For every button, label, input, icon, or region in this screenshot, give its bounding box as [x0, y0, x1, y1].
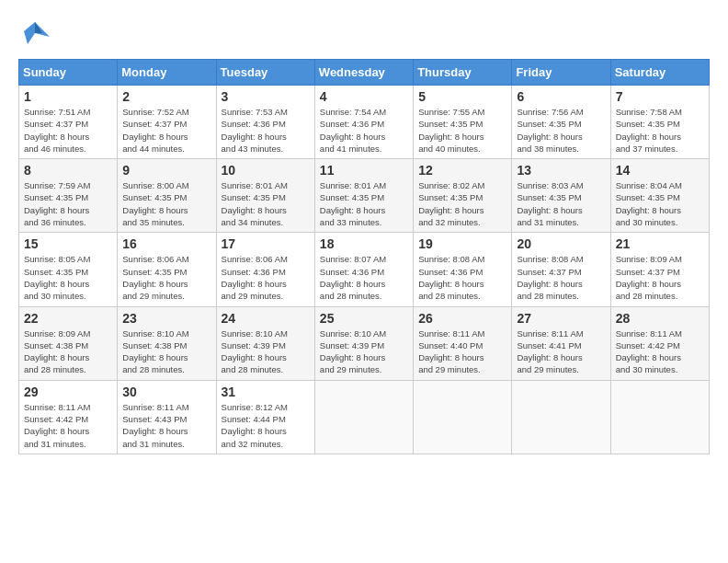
day-number: 1: [24, 89, 112, 104]
weekday-header-thursday: Thursday: [414, 60, 512, 86]
calendar-cell: 17Sunrise: 8:06 AM Sunset: 4:36 PM Dayli…: [216, 233, 314, 306]
day-info: Sunrise: 7:52 AM Sunset: 4:37 PM Dayligh…: [122, 106, 210, 155]
day-number: 17: [222, 236, 310, 251]
day-number: 10: [222, 163, 310, 178]
calendar-cell: 23Sunrise: 8:10 AM Sunset: 4:38 PM Dayli…: [118, 306, 216, 380]
day-info: Sunrise: 8:05 AM Sunset: 4:35 PM Dayligh…: [24, 253, 112, 302]
calendar-cell: 19Sunrise: 8:08 AM Sunset: 4:36 PM Dayli…: [414, 233, 512, 306]
day-number: 7: [616, 89, 704, 104]
day-info: Sunrise: 8:09 AM Sunset: 4:38 PM Dayligh…: [24, 327, 112, 376]
weekday-header-saturday: Saturday: [610, 60, 709, 86]
day-number: 21: [616, 236, 704, 251]
calendar-cell: [512, 380, 610, 454]
calendar-cell: 27Sunrise: 8:11 AM Sunset: 4:41 PM Dayli…: [512, 306, 610, 380]
day-info: Sunrise: 8:08 AM Sunset: 4:37 PM Dayligh…: [517, 253, 605, 302]
day-info: Sunrise: 7:51 AM Sunset: 4:37 PM Dayligh…: [24, 106, 112, 155]
day-info: Sunrise: 8:09 AM Sunset: 4:37 PM Dayligh…: [616, 253, 704, 302]
calendar-table: SundayMondayTuesdayWednesdayThursdayFrid…: [18, 59, 710, 454]
day-info: Sunrise: 8:10 AM Sunset: 4:39 PM Dayligh…: [222, 327, 310, 376]
day-number: 26: [418, 311, 506, 326]
day-number: 23: [122, 311, 210, 326]
calendar-week-3: 15Sunrise: 8:05 AM Sunset: 4:35 PM Dayli…: [19, 233, 710, 306]
day-number: 5: [418, 89, 506, 104]
calendar-cell: 15Sunrise: 8:05 AM Sunset: 4:35 PM Dayli…: [19, 233, 118, 306]
calendar-cell: 29Sunrise: 8:11 AM Sunset: 4:42 PM Dayli…: [19, 380, 118, 454]
day-number: 13: [517, 163, 605, 178]
calendar-header: SundayMondayTuesdayWednesdayThursdayFrid…: [19, 60, 710, 86]
weekday-header-tuesday: Tuesday: [216, 60, 314, 86]
calendar-cell: 26Sunrise: 8:11 AM Sunset: 4:40 PM Dayli…: [414, 306, 512, 380]
day-info: Sunrise: 7:59 AM Sunset: 4:35 PM Dayligh…: [24, 179, 112, 228]
calendar-cell: 11Sunrise: 8:01 AM Sunset: 4:35 PM Dayli…: [314, 159, 413, 233]
day-number: 20: [517, 236, 605, 251]
day-number: 24: [222, 311, 310, 326]
day-number: 12: [418, 163, 506, 178]
day-number: 22: [24, 311, 112, 326]
calendar-cell: 14Sunrise: 8:04 AM Sunset: 4:35 PM Dayli…: [610, 159, 709, 233]
day-info: Sunrise: 7:55 AM Sunset: 4:35 PM Dayligh…: [418, 106, 506, 155]
calendar-cell: [414, 380, 512, 454]
day-info: Sunrise: 8:10 AM Sunset: 4:39 PM Dayligh…: [320, 327, 408, 376]
calendar-week-2: 8Sunrise: 7:59 AM Sunset: 4:35 PM Daylig…: [19, 159, 710, 233]
calendar-week-5: 29Sunrise: 8:11 AM Sunset: 4:42 PM Dayli…: [19, 380, 710, 454]
calendar-cell: 12Sunrise: 8:02 AM Sunset: 4:35 PM Dayli…: [414, 159, 512, 233]
calendar-cell: 30Sunrise: 8:11 AM Sunset: 4:43 PM Dayli…: [118, 380, 216, 454]
day-info: Sunrise: 8:01 AM Sunset: 4:35 PM Dayligh…: [222, 179, 310, 228]
day-info: Sunrise: 8:02 AM Sunset: 4:35 PM Dayligh…: [418, 179, 506, 228]
day-number: 27: [517, 311, 605, 326]
weekday-header-row: SundayMondayTuesdayWednesdayThursdayFrid…: [19, 60, 710, 86]
day-number: 14: [616, 163, 704, 178]
day-number: 4: [320, 89, 408, 104]
day-info: Sunrise: 8:08 AM Sunset: 4:36 PM Dayligh…: [418, 253, 506, 302]
logo: [18, 18, 55, 52]
calendar-cell: [610, 380, 709, 454]
day-info: Sunrise: 8:06 AM Sunset: 4:36 PM Dayligh…: [222, 253, 310, 302]
day-number: 11: [320, 163, 408, 178]
day-number: 19: [418, 236, 506, 251]
day-number: 31: [222, 385, 310, 399]
day-info: Sunrise: 7:54 AM Sunset: 4:36 PM Dayligh…: [320, 106, 408, 155]
calendar-week-4: 22Sunrise: 8:09 AM Sunset: 4:38 PM Dayli…: [19, 306, 710, 380]
calendar-cell: 22Sunrise: 8:09 AM Sunset: 4:38 PM Dayli…: [19, 306, 118, 380]
calendar-week-1: 1Sunrise: 7:51 AM Sunset: 4:37 PM Daylig…: [19, 86, 710, 159]
page-header: [18, 18, 710, 52]
weekday-header-monday: Monday: [118, 60, 216, 86]
day-info: Sunrise: 8:11 AM Sunset: 4:41 PM Dayligh…: [517, 327, 605, 376]
day-info: Sunrise: 8:07 AM Sunset: 4:36 PM Dayligh…: [320, 253, 408, 302]
calendar-cell: 16Sunrise: 8:06 AM Sunset: 4:35 PM Dayli…: [118, 233, 216, 306]
day-number: 16: [122, 236, 210, 251]
day-info: Sunrise: 8:04 AM Sunset: 4:35 PM Dayligh…: [616, 179, 704, 228]
day-number: 29: [24, 385, 112, 399]
day-info: Sunrise: 8:06 AM Sunset: 4:35 PM Dayligh…: [122, 253, 210, 302]
day-number: 30: [122, 385, 210, 399]
calendar-cell: 2Sunrise: 7:52 AM Sunset: 4:37 PM Daylig…: [118, 86, 216, 159]
calendar-cell: 20Sunrise: 8:08 AM Sunset: 4:37 PM Dayli…: [512, 233, 610, 306]
calendar-cell: 21Sunrise: 8:09 AM Sunset: 4:37 PM Dayli…: [610, 233, 709, 306]
calendar-cell: 3Sunrise: 7:53 AM Sunset: 4:36 PM Daylig…: [216, 86, 314, 159]
day-info: Sunrise: 7:58 AM Sunset: 4:35 PM Dayligh…: [616, 106, 704, 155]
calendar-cell: 13Sunrise: 8:03 AM Sunset: 4:35 PM Dayli…: [512, 159, 610, 233]
calendar-cell: 1Sunrise: 7:51 AM Sunset: 4:37 PM Daylig…: [19, 86, 118, 159]
calendar-cell: 18Sunrise: 8:07 AM Sunset: 4:36 PM Dayli…: [314, 233, 413, 306]
calendar-cell: 8Sunrise: 7:59 AM Sunset: 4:35 PM Daylig…: [19, 159, 118, 233]
day-info: Sunrise: 8:12 AM Sunset: 4:44 PM Dayligh…: [222, 401, 310, 450]
calendar-cell: 5Sunrise: 7:55 AM Sunset: 4:35 PM Daylig…: [414, 86, 512, 159]
day-info: Sunrise: 8:11 AM Sunset: 4:42 PM Dayligh…: [616, 327, 704, 376]
day-number: 28: [616, 311, 704, 326]
weekday-header-sunday: Sunday: [19, 60, 118, 86]
calendar-cell: 24Sunrise: 8:10 AM Sunset: 4:39 PM Dayli…: [216, 306, 314, 380]
weekday-header-wednesday: Wednesday: [314, 60, 413, 86]
calendar-cell: 31Sunrise: 8:12 AM Sunset: 4:44 PM Dayli…: [216, 380, 314, 454]
day-number: 18: [320, 236, 408, 251]
day-number: 2: [122, 89, 210, 104]
calendar-cell: 25Sunrise: 8:10 AM Sunset: 4:39 PM Dayli…: [314, 306, 413, 380]
calendar-cell: 9Sunrise: 8:00 AM Sunset: 4:35 PM Daylig…: [118, 159, 216, 233]
day-info: Sunrise: 7:53 AM Sunset: 4:36 PM Dayligh…: [222, 106, 310, 155]
day-info: Sunrise: 8:11 AM Sunset: 4:43 PM Dayligh…: [122, 401, 210, 450]
calendar-cell: [314, 380, 413, 454]
day-number: 8: [24, 163, 112, 178]
logo-icon: [18, 18, 51, 52]
day-number: 25: [320, 311, 408, 326]
calendar-cell: 4Sunrise: 7:54 AM Sunset: 4:36 PM Daylig…: [314, 86, 413, 159]
day-info: Sunrise: 8:03 AM Sunset: 4:35 PM Dayligh…: [517, 179, 605, 228]
